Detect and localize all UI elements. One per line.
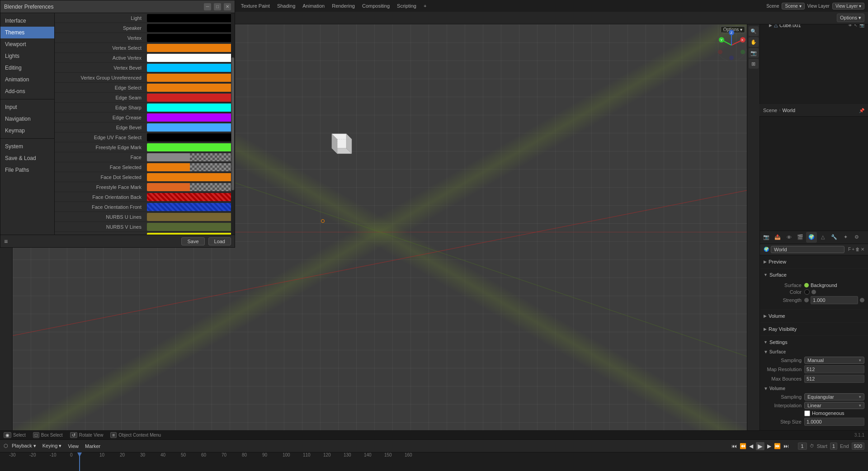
- swatch-nurbs-v[interactable]: [147, 223, 233, 231]
- swatch-face-orient-front[interactable]: [147, 203, 233, 211]
- swatch-active-vertex[interactable]: [147, 54, 233, 62]
- sidebar-system[interactable]: System: [0, 141, 54, 152]
- swatch-face-selected[interactable]: [147, 163, 233, 171]
- color-row-edge-crease[interactable]: Edge Crease: [55, 113, 235, 122]
- world-delete[interactable]: 🗑: [855, 247, 860, 252]
- color-row-edge-sharp[interactable]: Edge Sharp: [55, 103, 235, 113]
- props-tab-particles[interactable]: ✦: [840, 232, 851, 243]
- color-row-nurbs-active-u[interactable]: NURBS Active U Lines: [55, 232, 235, 235]
- color-row-light[interactable]: Light: [55, 13, 235, 23]
- sidebar-filepaths[interactable]: File Paths: [0, 164, 54, 176]
- color-row-face-orient-front[interactable]: Face Orientation Front: [55, 202, 235, 212]
- tab-rendering[interactable]: Rendering: [328, 0, 359, 12]
- swatch-vertex[interactable]: [147, 34, 233, 42]
- tab-shading[interactable]: Shading: [274, 0, 299, 12]
- color-row-face-dot-selected[interactable]: Face Dot Selected: [55, 172, 235, 182]
- step-size-input[interactable]: 1.0000: [804, 418, 864, 426]
- swatch-light[interactable]: [147, 14, 233, 22]
- timeline-tab-marker[interactable]: Marker: [82, 443, 103, 449]
- timeline-tab-keying[interactable]: Keying ▾: [40, 443, 65, 449]
- props-tab-object[interactable]: △: [817, 232, 828, 243]
- start-frame-input[interactable]: 1: [830, 443, 837, 450]
- sidebar-navigation[interactable]: Navigation: [0, 113, 54, 125]
- swatch-edge-uv-face[interactable]: [147, 133, 233, 141]
- props-world-link[interactable]: World: [783, 108, 796, 113]
- ray-visibility-header[interactable]: ▶ Ray Visibility: [764, 325, 864, 334]
- transport-next-frame[interactable]: ▶: [767, 443, 771, 449]
- swatch-freestyle-edge[interactable]: [147, 143, 233, 151]
- color-row-freestyle-edge[interactable]: Freestyle Edge Mark: [55, 142, 235, 152]
- color-row-edge-uv-face[interactable]: Edge UV Face Select: [55, 132, 235, 142]
- color-row-face-selected[interactable]: Face Selected: [55, 162, 235, 172]
- viewport-tool-grid[interactable]: ⊞: [749, 59, 759, 69]
- props-scene-link[interactable]: Scene: [763, 108, 777, 113]
- color-row-face[interactable]: Face: [55, 152, 235, 162]
- swatch-nurbs-u[interactable]: [147, 213, 233, 221]
- prefs-scrollbar[interactable]: [231, 13, 235, 235]
- viewlayer-dropdown[interactable]: View Layer ▾: [832, 3, 864, 9]
- prefs-scrollbar-thumb[interactable]: [231, 57, 234, 190]
- props-tab-render[interactable]: 📷: [761, 232, 772, 243]
- props-pin[interactable]: 📌: [859, 108, 864, 113]
- max-bounces-input[interactable]: 512: [804, 375, 864, 383]
- save-btn[interactable]: Save: [181, 237, 204, 245]
- transport-jump-start[interactable]: ⏮: [731, 443, 737, 449]
- tab-scripting[interactable]: Scripting: [393, 0, 420, 12]
- close-btn[interactable]: ✕: [224, 3, 231, 10]
- color-row-nurbs-v[interactable]: NURBS V Lines: [55, 222, 235, 232]
- vol-sampling-dropdown[interactable]: Equiangular ▾: [804, 393, 864, 400]
- sidebar-animation[interactable]: Animation: [0, 74, 54, 85]
- color-driver-dot[interactable]: [811, 290, 816, 294]
- sidebar-lights[interactable]: Lights: [0, 50, 54, 62]
- sidebar-input[interactable]: Input: [0, 101, 54, 113]
- timeline-chevron[interactable]: ⬡: [4, 443, 8, 449]
- transport-prev-key[interactable]: ⏪: [740, 443, 746, 449]
- maximize-btn[interactable]: □: [214, 3, 221, 10]
- color-row-nurbs-u[interactable]: NURBS U Lines: [55, 212, 235, 222]
- color-row-edge-select[interactable]: Edge Select: [55, 83, 235, 93]
- world-name-input[interactable]: [771, 246, 844, 253]
- timeline-ruler[interactable]: -30 -20 -10 0 10 20 30 40 50 60 70 80 90…: [0, 452, 868, 471]
- timeline-tab-view[interactable]: View: [65, 443, 81, 449]
- world-close[interactable]: ✕: [861, 247, 864, 252]
- color-picker-dot[interactable]: [804, 289, 810, 295]
- preview-header[interactable]: ▶ Preview: [764, 257, 864, 266]
- swatch-nurbs-active-u[interactable]: [147, 233, 233, 235]
- viewport-tool-hand[interactable]: ✋: [749, 37, 759, 47]
- swatch-edge-sharp[interactable]: [147, 104, 233, 112]
- color-row-edge-bevel[interactable]: Edge Bevel: [55, 122, 235, 132]
- color-row-vertex-bevel[interactable]: Vertex Bevel: [55, 63, 235, 73]
- strength-end-dot[interactable]: [860, 298, 864, 302]
- color-row-active-vertex[interactable]: Active Vertex: [55, 53, 235, 63]
- sidebar-editing[interactable]: Editing: [0, 62, 54, 74]
- swatch-vertex-select[interactable]: [147, 44, 233, 52]
- sidebar-addons[interactable]: Add-ons: [0, 85, 54, 97]
- prefs-theme-content[interactable]: Light Speaker Vertex Vertex Select Activ…: [55, 13, 235, 235]
- color-row-freestyle-face[interactable]: Freestyle Face Mark: [55, 182, 235, 192]
- sidebar-themes[interactable]: Themes: [0, 27, 54, 38]
- props-tab-modifier[interactable]: 🔧: [829, 232, 840, 243]
- viewport-tool-1[interactable]: 🔍: [749, 26, 759, 36]
- swatch-speaker[interactable]: [147, 24, 233, 32]
- color-row-vertex-select[interactable]: Vertex Select: [55, 43, 235, 53]
- load-btn[interactable]: Load: [208, 237, 231, 245]
- minimize-btn[interactable]: ─: [204, 3, 211, 10]
- tab-compositing[interactable]: Compositing: [359, 0, 393, 12]
- tab-add[interactable]: +: [420, 0, 430, 12]
- overlay-btn[interactable]: Options ▾: [837, 14, 864, 22]
- transport-jump-end[interactable]: ⏭: [783, 443, 789, 449]
- color-row-face-orient-back[interactable]: Face Orientation Back: [55, 192, 235, 202]
- surface-header[interactable]: ▼ Surface: [764, 270, 864, 279]
- sidebar-saveload[interactable]: Save & Load: [0, 152, 54, 164]
- transport-next-key[interactable]: ⏩: [774, 443, 781, 449]
- sidebar-keymap[interactable]: Keymap: [0, 125, 54, 137]
- strength-driver-dot[interactable]: [804, 298, 809, 302]
- swatch-freestyle-face[interactable]: [147, 183, 233, 191]
- current-frame-input[interactable]: 1: [798, 443, 807, 450]
- map-res-input[interactable]: 512: [804, 365, 864, 373]
- homogeneous-checkbox[interactable]: [804, 410, 810, 416]
- end-frame-input[interactable]: 500: [852, 443, 864, 450]
- vol-interp-dropdown[interactable]: Linear ▾: [804, 402, 864, 409]
- world-fake-user[interactable]: F: [848, 247, 851, 252]
- props-tab-output[interactable]: 📤: [772, 232, 783, 243]
